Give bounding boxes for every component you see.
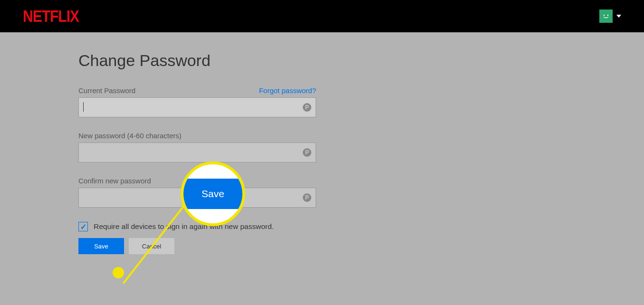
annotation-callout: Save xyxy=(181,162,245,226)
password-manager-icon[interactable]: P xyxy=(303,193,311,202)
password-manager-icon[interactable]: P xyxy=(303,148,311,157)
save-button[interactable]: Save xyxy=(78,238,124,254)
new-password-group: New password (4-60 characters) P xyxy=(78,132,316,162)
forgot-password-link[interactable]: Forgot password? xyxy=(259,86,316,95)
require-signin-checkbox[interactable]: ✓ xyxy=(78,222,88,231)
annotation-pointer-dot xyxy=(113,267,124,278)
new-password-label: New password (4-60 characters) xyxy=(78,132,182,140)
profile-menu[interactable] xyxy=(599,10,621,23)
current-password-label: Current Password xyxy=(78,86,135,95)
netflix-logo[interactable]: NETFLIX xyxy=(23,7,79,25)
avatar xyxy=(599,10,613,23)
header: NETFLIX xyxy=(0,0,644,32)
annotation-save-button: Save xyxy=(183,179,242,209)
current-password-input[interactable] xyxy=(78,97,316,117)
new-password-input[interactable] xyxy=(78,143,316,162)
current-password-group: Current Password Forgot password? P xyxy=(78,86,316,117)
svg-point-1 xyxy=(607,15,609,16)
check-icon: ✓ xyxy=(80,222,87,231)
require-signin-label: Require all devices to sign in again wit… xyxy=(94,222,274,231)
page-title: Change Password xyxy=(78,51,361,70)
svg-point-0 xyxy=(604,15,605,16)
page-content: Change Password Current Password Forgot … xyxy=(0,32,361,254)
buttons-row: Save Cancel xyxy=(78,238,361,254)
password-manager-icon[interactable]: P xyxy=(303,103,311,112)
caret-down-icon xyxy=(616,15,621,18)
confirm-password-label: Confirm new password xyxy=(78,177,151,185)
text-cursor xyxy=(83,102,84,112)
